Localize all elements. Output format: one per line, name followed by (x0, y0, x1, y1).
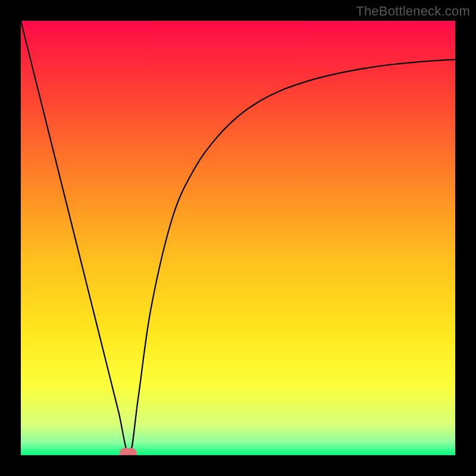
minimum-marker (119, 448, 137, 455)
plot-area (21, 21, 455, 455)
attribution-label: TheBottleneck.com (356, 4, 470, 19)
chart-frame: TheBottleneck.com (0, 0, 476, 476)
bottleneck-chart (21, 21, 455, 455)
gradient-background (21, 21, 455, 455)
